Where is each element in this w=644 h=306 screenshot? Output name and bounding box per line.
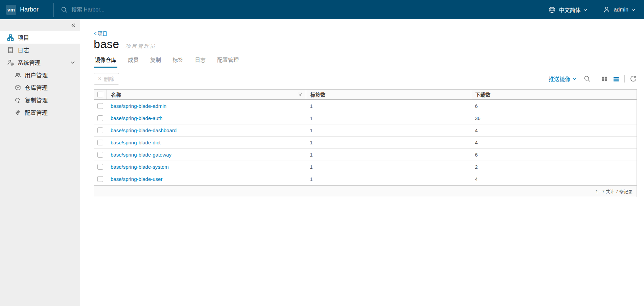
user-icon [603,6,611,14]
sidebar-collapse-button[interactable] [0,19,80,31]
repo-link[interactable]: base/spring-blade-gateway [111,152,171,158]
sidebar-item-administration[interactable]: 系统管理 [0,56,80,69]
row-checkbox[interactable] [97,176,103,182]
refresh-icon[interactable] [630,75,637,83]
chevron-down-icon [631,9,635,11]
tags-count: 1 [310,103,313,109]
delete-button[interactable]: × 删除 [94,73,119,85]
tags-count: 1 [310,115,313,121]
page-title: base [94,38,119,51]
main-content: < 项目 base 项目管理员 镜像仓库 成员 复制 标签 日志 配置管理 × … [80,19,644,306]
table-row: base/spring-blade-dashboard 1 4 [94,124,637,137]
pulls-count: 4 [475,176,478,182]
language-selector[interactable]: 中文简体 [548,6,587,14]
pulls-count: 4 [475,127,478,133]
sidebar-item-label: 项目 [18,33,29,42]
tab-members[interactable]: 成员 [127,54,140,68]
title-row: base 项目管理员 [94,38,637,51]
pulls-count: 6 [475,152,478,158]
user-menu[interactable]: admin [603,6,635,14]
row-checkbox[interactable] [97,140,103,145]
close-icon: × [98,76,101,81]
double-chevron-left-icon [70,23,75,27]
push-image-dropdown[interactable]: 推送镜像 [549,75,576,83]
sidebar-item-label: 配置管理 [25,108,48,117]
tab-replication[interactable]: 复制 [149,54,162,68]
breadcrumb-back-link[interactable]: < 项目 [94,30,107,37]
table-row: base/spring-blade-system 1 2 [94,161,637,173]
sidebar-item-user-management[interactable]: 用户管理 [0,69,80,81]
column-header-name: 名称 [107,90,306,99]
repo-link[interactable]: base/spring-blade-admin [111,103,166,109]
column-header-pulls: 下载数 [471,90,637,99]
repo-link[interactable]: base/spring-blade-system [111,164,169,170]
filter-funnel-icon[interactable] [298,92,302,97]
search-icon [61,6,68,14]
sidebar-item-label: 日志 [18,46,29,54]
users-icon [15,72,21,78]
username-label: admin [614,7,628,13]
header-divider [53,3,54,17]
sidebar-item-label: 用户管理 [25,71,48,79]
divider [596,75,596,83]
sidebar-item-label: 系统管理 [18,58,41,67]
row-checkbox[interactable] [97,115,103,121]
sidebar-item-logs[interactable]: 日志 [0,44,80,56]
delete-button-label: 删除 [104,75,114,82]
row-checkbox[interactable] [97,127,103,133]
card-view-icon[interactable] [601,76,608,82]
chevron-down-icon [583,9,587,11]
sidebar-item-replication-management[interactable]: 复制管理 [0,94,80,106]
repo-link[interactable]: base/spring-blade-dict [111,140,161,145]
tab-repositories[interactable]: 镜像仓库 [94,54,117,68]
table-row: base/spring-blade-admin 1 6 [94,100,637,112]
log-icon [7,47,14,53]
search-input[interactable] [71,7,213,13]
global-search [61,6,548,14]
table-row: base/spring-blade-user 1 4 [94,173,637,185]
select-all-cell [94,90,107,99]
toolbar-right: 推送镜像 [549,75,637,83]
repo-link[interactable]: base/spring-blade-auth [111,115,162,121]
repo-toolbar: × 删除 推送镜像 [94,73,637,85]
sidebar-item-projects[interactable]: 项目 [0,31,80,44]
chevron-down-icon [573,78,576,80]
repo-link[interactable]: base/spring-blade-user [111,176,162,182]
table-row: base/spring-blade-gateway 1 6 [94,149,637,161]
tab-logs[interactable]: 日志 [194,54,207,68]
filter-search-icon[interactable] [583,75,591,83]
table-header-row: 名称 标签数 下载数 [94,90,637,100]
registry-icon [15,85,21,91]
select-all-checkbox[interactable] [97,92,103,97]
row-checkbox[interactable] [97,164,103,170]
row-checkbox[interactable] [97,152,103,158]
column-header-label: 名称 [111,91,121,98]
table-row: base/spring-blade-auth 1 36 [94,112,637,124]
sidebar-item-label: 仓库管理 [25,83,48,92]
administration-icon [7,59,14,66]
tab-configuration[interactable]: 配置管理 [216,54,240,68]
table-row: base/spring-blade-dict 1 4 [94,137,637,149]
home-link[interactable]: vm Harbor [0,5,39,15]
tab-labels[interactable]: 标签 [171,54,184,68]
sidebar-item-config-management[interactable]: 配置管理 [0,106,80,119]
role-badge: 项目管理员 [125,42,156,49]
push-image-label: 推送镜像 [549,75,570,83]
app-title: Harbor [20,6,39,13]
language-label: 中文简体 [559,6,580,14]
table-footer: 1 - 7 共计 7 条记录 [94,185,637,197]
tags-count: 1 [310,164,313,170]
pulls-count: 36 [475,115,481,121]
tags-count: 1 [310,152,313,158]
repo-link[interactable]: base/spring-blade-dashboard [111,127,177,133]
sidebar-item-registry-management[interactable]: 仓库管理 [0,81,80,94]
vmware-logo: vm [6,5,16,15]
divider [624,75,625,83]
pulls-count: 6 [475,103,478,109]
column-header-label: 下载数 [475,91,490,98]
tags-count: 1 [310,127,313,133]
list-view-icon[interactable] [613,76,619,82]
row-checkbox[interactable] [97,103,103,109]
tags-count: 1 [310,140,313,145]
project-tabs: 镜像仓库 成员 复制 标签 日志 配置管理 [94,54,637,67]
